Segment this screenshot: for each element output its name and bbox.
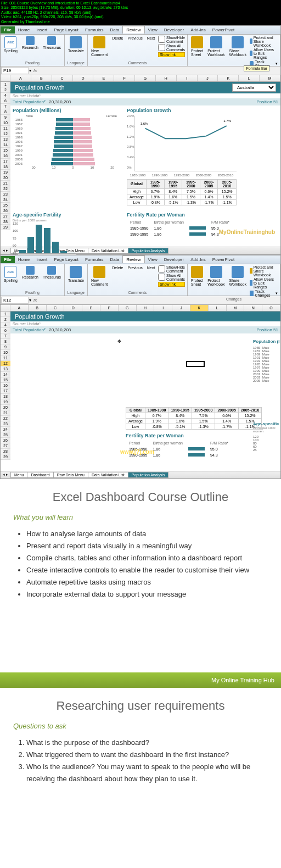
tab-data[interactable]: Data (106, 26, 122, 34)
col-header[interactable]: L (239, 75, 260, 81)
source-label: Source: Undata¹ (10, 93, 280, 98)
delete-button[interactable]: Delete (111, 36, 124, 41)
fertility-rate-table: Fertility Rate per Woman PeriodBirths pe… (127, 212, 233, 255)
research-button[interactable]: Research (21, 36, 40, 50)
slide-list: What is the purpose of the dashboard? Wh… (13, 737, 268, 785)
col-header[interactable]: E (93, 75, 114, 81)
protectsheet-button[interactable]: Protect Sheet (190, 36, 204, 57)
allowedit-item[interactable]: Allow Users to Edit Ranges (250, 48, 278, 59)
country-dropdown[interactable]: Australia (232, 84, 276, 92)
col-header[interactable]: A (10, 75, 31, 81)
showink-button[interactable]: Show Ink (158, 52, 185, 57)
column-headers: A B C D E F G H I J K L M (1, 75, 280, 82)
sharewb-button[interactable]: Share Workbook (228, 36, 248, 57)
growth-line-chart: Population Growth 2.0%1.6%1.2%0.8%0.4%0%… (127, 108, 237, 208)
col-header[interactable]: B (31, 75, 52, 81)
col-header[interactable]: M (260, 75, 280, 81)
comment-icon (93, 36, 105, 48)
spelling-button[interactable]: ABCSpelling (3, 36, 19, 53)
dashboard-title: Population Growth (15, 84, 65, 91)
excel-window-1: File Home Insert Page Layout Formulas Da… (0, 25, 281, 255)
workbook-icon (210, 36, 222, 48)
slide-list: How to analyse large amounts of data Pre… (13, 528, 268, 601)
proofing-label: Proofing (3, 61, 62, 65)
col-header[interactable]: J (198, 75, 218, 81)
col-header[interactable]: G (135, 75, 156, 81)
language-label: Language (67, 61, 85, 65)
total-population-bar: Total Population² 20,310,208 Position 51 (10, 98, 280, 105)
tab-view[interactable]: View (145, 26, 161, 34)
ribbon-content: ABCSpelling Research Thesaurus Proofing … (1, 35, 280, 66)
col-header[interactable]: D (73, 75, 94, 81)
newcomment-button[interactable]: New Comment (90, 36, 109, 57)
users-icon (250, 51, 252, 56)
video-metadata: File: 001 Course Overview and Introducti… (0, 0, 281, 25)
comments-label: Comments (90, 61, 185, 65)
slide-subtitle: What you will learn (13, 513, 268, 521)
col-header[interactable]: F (114, 75, 135, 81)
slide-course-outline: Excel Dashboard Course Outline What you … (0, 479, 281, 688)
translate-icon (70, 36, 82, 48)
selected-cell[interactable] (186, 361, 205, 367)
slide-footer: My Online Training Hub (0, 672, 281, 688)
slide-requirements: Researching user requirements Questions … (0, 688, 281, 868)
tab-insert[interactable]: Insert (33, 26, 50, 34)
row-headers: 1246789101112131415161718192021222324252… (1, 82, 10, 230)
ribbon-tabs: File Home Insert Page Layout Formulas Da… (1, 26, 280, 35)
translate-button[interactable]: Translate (67, 36, 85, 53)
formula-bar-tooltip: Formula Bar (244, 65, 269, 71)
showhide-check[interactable]: Show/Hide Comment (158, 36, 185, 43)
protectshare-item[interactable]: Protect and Share Workbook (250, 36, 278, 47)
name-box[interactable]: P19 (1, 67, 29, 74)
previous-button[interactable]: Previous (126, 36, 143, 41)
sheet-area[interactable]: 1246789101112131415161718192021222324252… (1, 82, 280, 247)
tab-addins[interactable]: Add-Ins (187, 26, 209, 34)
showall-check[interactable]: Show All Comments (158, 44, 185, 52)
thesaurus-button[interactable]: Thesaurus (42, 36, 62, 50)
global-data-table: Global1985-19901990-19951995-20002000-20… (127, 179, 237, 205)
cursor-icon: ✥ (117, 339, 121, 344)
share-icon (232, 36, 244, 48)
tab-developer[interactable]: Developer (161, 26, 187, 34)
dashboard-title-bar: Population Growth Australia (10, 82, 280, 93)
lock-icon (191, 36, 203, 48)
thesaurus-icon (47, 36, 56, 45)
formula-bar: P19 ▾ fx Formula Bar (1, 66, 280, 75)
select-all-corner[interactable] (1, 75, 10, 81)
slide-subtitle: Questions to ask (13, 722, 268, 730)
fertility-bar-chart: Age-specific Fertility Births per 1000 w… (13, 212, 122, 255)
col-header[interactable]: K (218, 75, 239, 81)
shield-icon (250, 38, 252, 44)
protectwb-button[interactable]: Protect Workbook (206, 36, 226, 57)
tab-review[interactable]: Review (122, 26, 144, 34)
next-button[interactable]: Next (146, 36, 156, 41)
research-icon (26, 36, 35, 45)
tab-pagelayout[interactable]: Page Layout (50, 26, 82, 34)
watermark: www.[?].com (120, 449, 154, 455)
tab-formulas[interactable]: Formulas (82, 26, 106, 34)
col-header[interactable]: H (156, 75, 177, 81)
tab-file[interactable]: File (1, 26, 15, 34)
watermark: MyOnlineTraininghub (219, 229, 275, 235)
slide-title: Excel Dashboard Course Outline (13, 490, 268, 504)
slide-title: Researching user requirements (13, 699, 268, 713)
col-header[interactable]: I (177, 75, 198, 81)
abc-icon: ABC (4, 36, 16, 48)
col-header[interactable]: C (52, 75, 73, 81)
fx-icon[interactable]: fx (31, 68, 39, 73)
population-pyramid-chart: Population (Millions) MaleFemale 1985198… (13, 108, 122, 208)
name-box[interactable]: K12 (1, 297, 29, 304)
tab-home[interactable]: Home (15, 26, 33, 34)
tab-powerpivot[interactable]: PowerPivot (209, 26, 238, 34)
excel-window-2: File Home Insert Page Layout Formulas Da… (0, 255, 281, 479)
